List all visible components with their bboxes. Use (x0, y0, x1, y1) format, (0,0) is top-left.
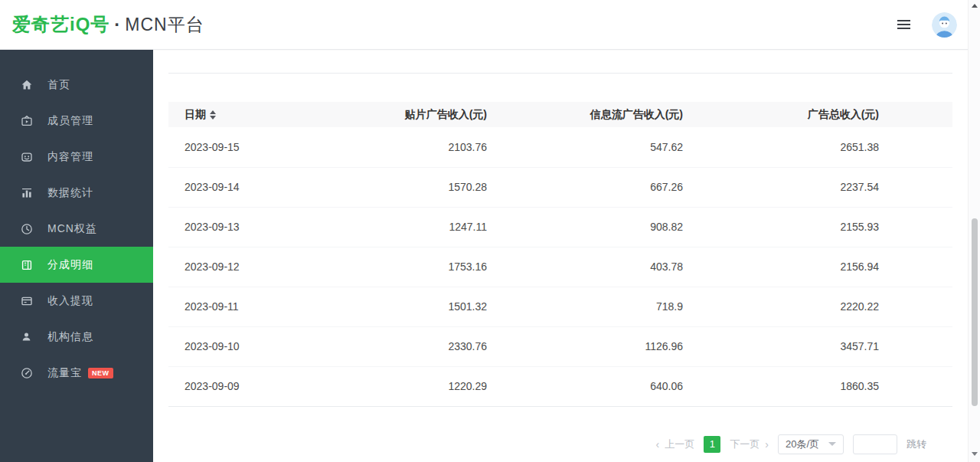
next-page-button[interactable]: 下一页 › (730, 437, 769, 451)
sidebar-nav: 首页成员管理内容管理数据统计MCN权益分成明细收入提现机构信息流量宝NEW (0, 50, 153, 391)
sidebar-item-2[interactable]: 内容管理 (0, 139, 153, 175)
revenue-table-container: 日期贴片广告收入(元)信息流广告收入(元)广告总收入(元) 2023-09-15… (168, 102, 952, 454)
cell-value: 2651.38 (756, 127, 952, 167)
jump-button[interactable]: 跳转 (906, 437, 926, 451)
cell-date: 2023-09-10 (168, 326, 364, 366)
cell-value: 2220.22 (756, 287, 952, 326)
cell-date: 2023-09-12 (168, 247, 364, 287)
cell-value: 1247.11 (364, 207, 560, 247)
column-header-label: 日期 (185, 108, 206, 120)
column-header-label: 信息流广告收入(元) (590, 108, 683, 120)
table-row: 2023-09-152103.76547.622651.38 (168, 127, 952, 167)
cell-date: 2023-09-11 (168, 287, 364, 326)
sidebar-item-0[interactable]: 首页 (0, 67, 153, 103)
sidebar-item-label: MCN权益 (47, 222, 97, 236)
sidebar-item-8[interactable]: 流量宝NEW (0, 355, 153, 391)
cell-value: 2237.54 (756, 167, 952, 207)
hamburger-menu-icon[interactable] (897, 20, 910, 29)
prev-page-label: 上一页 (665, 437, 694, 451)
sidebar-item-label: 首页 (47, 78, 70, 92)
pagination: ‹ 上一页 1 下一页 › 20条/页 跳转 (168, 434, 952, 454)
column-header-2: 信息流广告收入(元) (560, 102, 756, 127)
table-row: 2023-09-121753.16403.782156.94 (168, 247, 952, 287)
scroll-up-icon[interactable] (969, 4, 980, 8)
scrollbar-thumb[interactable] (972, 218, 978, 406)
new-badge: NEW (88, 368, 113, 378)
sidebar-item-1[interactable]: 成员管理 (0, 103, 153, 139)
column-header-label: 贴片广告收入(元) (405, 108, 487, 120)
table-header-row: 日期贴片广告收入(元)信息流广告收入(元)广告总收入(元) (168, 102, 952, 127)
sidebar-item-label: 机构信息 (47, 330, 93, 344)
cell-value: 2330.76 (364, 326, 560, 366)
sidebar-item-label: 分成明细 (47, 258, 93, 272)
cell-date: 2023-09-13 (168, 207, 364, 247)
home-icon (20, 78, 33, 91)
cell-value: 667.26 (560, 167, 756, 207)
cell-date: 2023-09-15 (168, 127, 364, 167)
cell-value: 2156.94 (756, 247, 952, 287)
cell-value: 640.06 (560, 366, 756, 406)
content-top-divider (168, 50, 952, 74)
page-size-value: 20条/页 (786, 437, 819, 451)
sidebar-item-3[interactable]: 数据统计 (0, 175, 153, 211)
cell-value: 2103.76 (364, 127, 560, 167)
table-row: 2023-09-102330.761126.963457.71 (168, 326, 952, 366)
cell-value: 403.78 (560, 247, 756, 287)
logo-platform-text: MCN平台 (125, 13, 204, 37)
table-row: 2023-09-141570.28667.262237.54 (168, 167, 952, 207)
prev-page-button[interactable]: ‹ 上一页 (656, 437, 695, 451)
sidebar-item-5[interactable]: 分成明细 (0, 247, 153, 283)
cell-value: 1753.16 (364, 247, 560, 287)
members-icon (20, 114, 33, 127)
revenue-share-icon (20, 258, 33, 271)
page-size-select[interactable]: 20条/页 (778, 434, 844, 454)
traffic-icon (20, 366, 33, 379)
logo-separator: · (114, 14, 120, 35)
sidebar-item-label: 成员管理 (47, 114, 93, 128)
sidebar: 首页成员管理内容管理数据统计MCN权益分成明细收入提现机构信息流量宝NEW (0, 50, 153, 462)
table-row: 2023-09-131247.11908.822155.93 (168, 207, 952, 247)
cell-value: 908.82 (560, 207, 756, 247)
cell-value: 2155.93 (756, 207, 952, 247)
cell-value: 547.62 (560, 127, 756, 167)
chevron-right-icon: › (765, 439, 769, 450)
column-header-1: 贴片广告收入(元) (364, 102, 560, 127)
logo-brand-text: 爱奇艺iQ号 (12, 12, 109, 37)
content-icon (20, 150, 33, 163)
jump-page-input[interactable] (853, 434, 897, 454)
sidebar-item-label: 收入提现 (47, 294, 93, 308)
user-avatar[interactable] (932, 12, 957, 38)
chevron-left-icon: ‹ (656, 439, 660, 450)
sidebar-item-label: 内容管理 (47, 150, 93, 164)
cell-value: 1501.32 (364, 287, 560, 326)
app-logo[interactable]: 爱奇艺iQ号 · MCN平台 (0, 12, 204, 37)
vertical-scrollbar[interactable] (968, 0, 980, 462)
cell-value: 3457.71 (756, 326, 952, 366)
chevron-down-icon (828, 442, 836, 446)
sidebar-item-label: 流量宝 (47, 366, 82, 380)
revenue-table: 日期贴片广告收入(元)信息流广告收入(元)广告总收入(元) 2023-09-15… (168, 102, 952, 407)
cell-date: 2023-09-14 (168, 167, 364, 207)
sidebar-item-7[interactable]: 机构信息 (0, 319, 153, 355)
sidebar-item-6[interactable]: 收入提现 (0, 283, 153, 319)
sidebar-item-4[interactable]: MCN权益 (0, 211, 153, 247)
sidebar-item-label: 数据统计 (47, 186, 93, 200)
column-header-0[interactable]: 日期 (168, 102, 364, 127)
stats-icon (20, 186, 33, 199)
withdraw-icon (20, 294, 33, 307)
next-page-label: 下一页 (730, 437, 760, 451)
cell-value: 718.9 (560, 287, 756, 326)
cell-value: 1860.35 (756, 366, 952, 406)
table-row: 2023-09-091220.29640.061860.35 (168, 366, 952, 406)
top-header: 爱奇艺iQ号 · MCN平台 (0, 0, 980, 50)
scroll-down-icon[interactable] (969, 452, 980, 456)
cell-value: 1570.28 (364, 167, 560, 207)
column-header-3: 广告总收入(元) (756, 102, 952, 127)
cell-value: 1220.29 (364, 366, 560, 406)
person-icon (20, 330, 33, 343)
cell-value: 1126.96 (560, 326, 756, 366)
current-page-button[interactable]: 1 (704, 436, 720, 453)
avatar-image (932, 12, 957, 38)
sort-caret-icon[interactable] (210, 110, 216, 120)
main-content: 日期贴片广告收入(元)信息流广告收入(元)广告总收入(元) 2023-09-15… (153, 50, 968, 462)
